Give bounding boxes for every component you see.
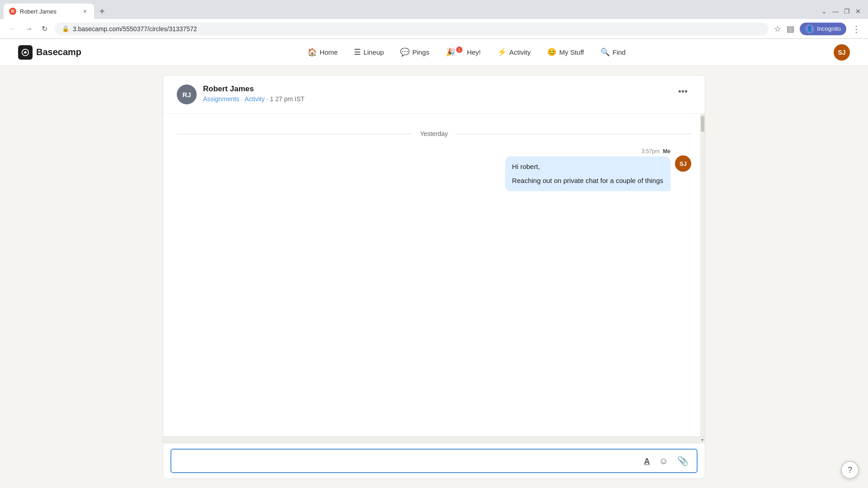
- messages-area[interactable]: Yesterday 3:57pm Me Hi robert, Reaching …: [163, 114, 700, 436]
- forward-button[interactable]: →: [24, 23, 34, 35]
- attach-icon: 📎: [677, 456, 689, 466]
- contact-initials: RJ: [182, 91, 191, 99]
- nav-lineup-label: Lineup: [363, 48, 384, 56]
- input-toolbar: A ☺ 📎: [642, 453, 691, 469]
- message-group: 3:57pm Me Hi robert, Reaching out on pri…: [177, 148, 691, 191]
- date-label: Yesterday: [420, 130, 448, 137]
- message-meta: 3:57pm Me: [642, 148, 670, 155]
- contact-timestamp: 1 27 pm IST: [270, 95, 304, 103]
- minimize-button[interactable]: —: [832, 8, 839, 15]
- address-bar: ← → ↻ 🔒 3.basecamp.com/5550377/circles/3…: [0, 19, 868, 39]
- close-window-button[interactable]: ✕: [855, 8, 861, 15]
- activity-link[interactable]: Activity: [245, 95, 264, 103]
- contact-name: Robert James: [203, 84, 305, 94]
- user-avatar[interactable]: SJ: [834, 44, 850, 61]
- maximize-button[interactable]: ❐: [844, 8, 850, 15]
- home-icon: 🏠: [307, 47, 317, 57]
- sidebar-icon[interactable]: ▤: [787, 24, 794, 34]
- message-sender-label: Me: [663, 148, 670, 155]
- url-bar[interactable]: 🔒 3.basecamp.com/5550377/circles/3133757…: [55, 23, 769, 35]
- sender-initials: SJ: [679, 160, 687, 167]
- nav-pings-label: Pings: [412, 48, 429, 56]
- logo[interactable]: Basecamp: [18, 45, 81, 60]
- app-header: Basecamp 🏠 Home ☰ Lineup 💬 Pings 🎉 1 Hey…: [0, 39, 868, 66]
- message-input[interactable]: [177, 450, 642, 472]
- sender-avatar: SJ: [675, 155, 691, 172]
- more-options-button[interactable]: •••: [675, 84, 691, 99]
- separator: ·: [241, 95, 243, 103]
- tab-favicon: B: [9, 8, 16, 15]
- hey-icon: 🎉: [446, 47, 455, 57]
- message-bubble-wrapper: 3:57pm Me Hi robert, Reaching out on pri…: [505, 148, 670, 191]
- nav-home-label: Home: [320, 48, 338, 56]
- main-nav: 🏠 Home ☰ Lineup 💬 Pings 🎉 1 Hey! ⚡ Activ…: [99, 45, 834, 60]
- logo-text: Basecamp: [36, 47, 81, 57]
- nav-hey[interactable]: 🎉 1 Hey!: [439, 45, 488, 60]
- text-format-icon: A: [644, 457, 650, 466]
- emoji-icon: ☺: [659, 456, 668, 466]
- help-icon: ?: [848, 465, 852, 475]
- nav-my-stuff-label: My Stuff: [559, 48, 584, 56]
- more-icon: •••: [678, 86, 688, 96]
- hey-badge: 1: [456, 47, 462, 53]
- contact-info: Robert James Assignments · Activity · 1 …: [203, 84, 305, 103]
- tab-close-button[interactable]: ×: [81, 7, 89, 16]
- my-stuff-icon: 😊: [547, 47, 557, 57]
- incognito-label: Incognito: [817, 25, 841, 32]
- scrollbar-track[interactable]: [700, 114, 705, 436]
- reload-button[interactable]: ↻: [40, 23, 49, 35]
- help-button[interactable]: ?: [841, 461, 859, 479]
- chat-header-left: RJ Robert James Assignments · Activity ·…: [177, 84, 305, 104]
- nav-activity[interactable]: ⚡ Activity: [490, 45, 538, 60]
- nav-my-stuff[interactable]: 😊 My Stuff: [540, 45, 591, 60]
- logo-icon: [18, 45, 33, 60]
- url-text: 3.basecamp.com/5550377/circles/31337572: [73, 25, 761, 33]
- nav-find-label: Find: [613, 48, 626, 56]
- text-format-button[interactable]: A: [642, 453, 653, 469]
- input-area: A ☺ 📎: [163, 443, 705, 479]
- messages-container: Yesterday 3:57pm Me Hi robert, Reaching …: [163, 114, 705, 436]
- back-button[interactable]: ←: [7, 23, 18, 35]
- nav-activity-label: Activity: [509, 48, 531, 56]
- chat-header: RJ Robert James Assignments · Activity ·…: [163, 75, 705, 114]
- active-tab[interactable]: B Robert James ×: [4, 4, 94, 19]
- activity-icon: ⚡: [497, 47, 507, 57]
- date-divider: Yesterday: [177, 130, 691, 137]
- assignments-link[interactable]: Assignments: [203, 95, 239, 103]
- divider-line-left: [177, 134, 413, 134]
- nav-pings[interactable]: 💬 Pings: [393, 45, 437, 60]
- chevron-down-icon[interactable]: ⌄: [821, 8, 827, 15]
- divider-line-right: [455, 134, 691, 134]
- nav-lineup[interactable]: ☰ Lineup: [347, 45, 391, 60]
- attach-button[interactable]: 📎: [675, 453, 691, 469]
- emoji-button[interactable]: ☺: [656, 453, 671, 469]
- message-bubble: Hi robert, Reaching out on private chat …: [505, 156, 670, 191]
- new-tab-button[interactable]: +: [96, 6, 108, 17]
- address-bar-actions: ☆ ▤ 👤 Incognito ⋮: [774, 23, 861, 35]
- nav-home[interactable]: 🏠 Home: [300, 45, 345, 60]
- incognito-button[interactable]: 👤 Incognito: [800, 23, 846, 35]
- scroll-down-arrow[interactable]: ▼: [700, 438, 704, 442]
- nav-find[interactable]: 🔍 Find: [593, 45, 633, 60]
- tab-title: Robert James: [20, 8, 78, 15]
- star-icon[interactable]: ☆: [774, 24, 781, 34]
- message-line-2: Reaching out on private chat for a coupl…: [512, 176, 663, 186]
- nav-hey-label: Hey!: [467, 48, 481, 56]
- lock-icon: 🔒: [62, 25, 69, 32]
- browser-chrome: B Robert James × + ⌄ — ❐ ✕ ← → ↻ 🔒 3.bas…: [0, 0, 868, 39]
- pings-icon: 💬: [400, 47, 410, 57]
- input-wrapper[interactable]: A ☺ 📎: [170, 449, 698, 473]
- separator2: ·: [266, 95, 268, 103]
- avatar-initials: SJ: [838, 49, 845, 56]
- scrollbar-thumb[interactable]: [701, 116, 704, 132]
- lineup-icon: ☰: [354, 47, 361, 57]
- find-icon: 🔍: [600, 47, 610, 57]
- tab-bar: B Robert James × + ⌄ — ❐ ✕: [0, 0, 868, 19]
- incognito-avatar: 👤: [805, 24, 814, 33]
- main-content: RJ Robert James Assignments · Activity ·…: [0, 66, 868, 488]
- menu-icon[interactable]: ⋮: [852, 23, 861, 34]
- contact-avatar: RJ: [177, 84, 197, 104]
- contact-links: Assignments · Activity · 1 27 pm IST: [203, 95, 305, 103]
- message-line-1: Hi robert,: [512, 162, 663, 172]
- message-time: 3:57pm: [642, 148, 660, 155]
